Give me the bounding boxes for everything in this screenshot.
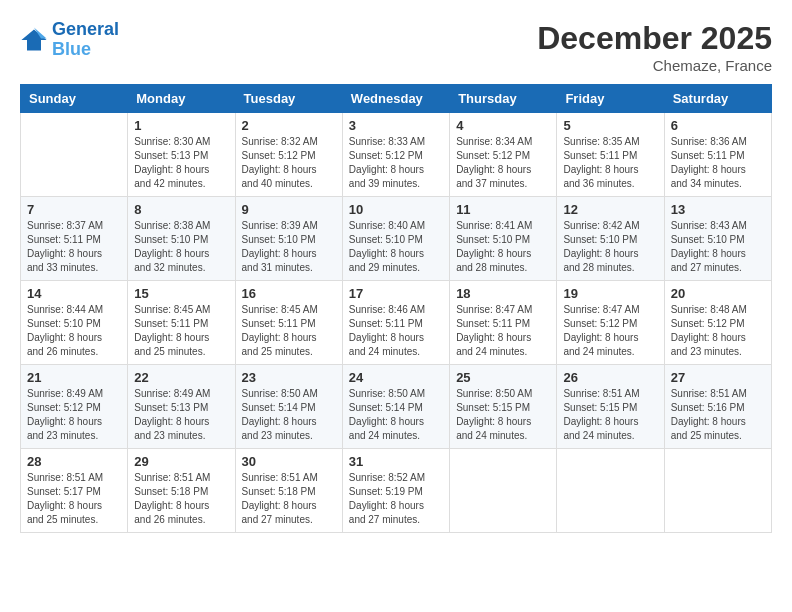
day-number: 3 <box>349 118 443 133</box>
day-info: Sunrise: 8:37 AM Sunset: 5:11 PM Dayligh… <box>27 219 121 275</box>
daylight-text: Daylight: 8 hours and 24 minutes. <box>563 416 638 441</box>
sunset-text: Sunset: 5:11 PM <box>563 150 637 161</box>
calendar-cell: 29 Sunrise: 8:51 AM Sunset: 5:18 PM Dayl… <box>128 449 235 533</box>
sunset-text: Sunset: 5:12 PM <box>349 150 423 161</box>
sunset-text: Sunset: 5:10 PM <box>27 318 101 329</box>
day-number: 30 <box>242 454 336 469</box>
daylight-text: Daylight: 8 hours and 23 minutes. <box>134 416 209 441</box>
daylight-text: Daylight: 8 hours and 37 minutes. <box>456 164 531 189</box>
calendar-week-row: 21 Sunrise: 8:49 AM Sunset: 5:12 PM Dayl… <box>21 365 772 449</box>
calendar-cell: 13 Sunrise: 8:43 AM Sunset: 5:10 PM Dayl… <box>664 197 771 281</box>
day-info: Sunrise: 8:30 AM Sunset: 5:13 PM Dayligh… <box>134 135 228 191</box>
day-info: Sunrise: 8:45 AM Sunset: 5:11 PM Dayligh… <box>242 303 336 359</box>
calendar-cell: 25 Sunrise: 8:50 AM Sunset: 5:15 PM Dayl… <box>450 365 557 449</box>
sunrise-text: Sunrise: 8:51 AM <box>134 472 210 483</box>
calendar-cell: 22 Sunrise: 8:49 AM Sunset: 5:13 PM Dayl… <box>128 365 235 449</box>
calendar-header-row: SundayMondayTuesdayWednesdayThursdayFrid… <box>21 85 772 113</box>
day-info: Sunrise: 8:51 AM Sunset: 5:18 PM Dayligh… <box>242 471 336 527</box>
calendar-cell: 5 Sunrise: 8:35 AM Sunset: 5:11 PM Dayli… <box>557 113 664 197</box>
location: Chemaze, France <box>537 57 772 74</box>
month-title: December 2025 <box>537 20 772 57</box>
sunrise-text: Sunrise: 8:36 AM <box>671 136 747 147</box>
sunset-text: Sunset: 5:11 PM <box>134 318 208 329</box>
day-info: Sunrise: 8:51 AM Sunset: 5:18 PM Dayligh… <box>134 471 228 527</box>
sunrise-text: Sunrise: 8:32 AM <box>242 136 318 147</box>
sunrise-text: Sunrise: 8:50 AM <box>349 388 425 399</box>
day-number: 15 <box>134 286 228 301</box>
svg-marker-0 <box>21 29 46 50</box>
daylight-text: Daylight: 8 hours and 26 minutes. <box>134 500 209 525</box>
day-number: 1 <box>134 118 228 133</box>
sunset-text: Sunset: 5:12 PM <box>671 318 745 329</box>
sunset-text: Sunset: 5:10 PM <box>671 234 745 245</box>
weekday-header: Wednesday <box>342 85 449 113</box>
sunrise-text: Sunrise: 8:48 AM <box>671 304 747 315</box>
daylight-text: Daylight: 8 hours and 23 minutes. <box>242 416 317 441</box>
sunrise-text: Sunrise: 8:46 AM <box>349 304 425 315</box>
sunrise-text: Sunrise: 8:40 AM <box>349 220 425 231</box>
daylight-text: Daylight: 8 hours and 32 minutes. <box>134 248 209 273</box>
day-number: 16 <box>242 286 336 301</box>
sunrise-text: Sunrise: 8:51 AM <box>27 472 103 483</box>
daylight-text: Daylight: 8 hours and 25 minutes. <box>671 416 746 441</box>
sunset-text: Sunset: 5:11 PM <box>27 234 101 245</box>
day-number: 26 <box>563 370 657 385</box>
calendar-cell: 15 Sunrise: 8:45 AM Sunset: 5:11 PM Dayl… <box>128 281 235 365</box>
day-number: 20 <box>671 286 765 301</box>
sunset-text: Sunset: 5:11 PM <box>456 318 530 329</box>
daylight-text: Daylight: 8 hours and 36 minutes. <box>563 164 638 189</box>
day-info: Sunrise: 8:44 AM Sunset: 5:10 PM Dayligh… <box>27 303 121 359</box>
daylight-text: Daylight: 8 hours and 28 minutes. <box>456 248 531 273</box>
day-info: Sunrise: 8:47 AM Sunset: 5:11 PM Dayligh… <box>456 303 550 359</box>
sunrise-text: Sunrise: 8:51 AM <box>563 388 639 399</box>
sunset-text: Sunset: 5:12 PM <box>242 150 316 161</box>
daylight-text: Daylight: 8 hours and 24 minutes. <box>349 332 424 357</box>
day-number: 4 <box>456 118 550 133</box>
day-info: Sunrise: 8:48 AM Sunset: 5:12 PM Dayligh… <box>671 303 765 359</box>
sunrise-text: Sunrise: 8:50 AM <box>456 388 532 399</box>
sunrise-text: Sunrise: 8:42 AM <box>563 220 639 231</box>
daylight-text: Daylight: 8 hours and 24 minutes. <box>349 416 424 441</box>
daylight-text: Daylight: 8 hours and 28 minutes. <box>563 248 638 273</box>
calendar-cell: 14 Sunrise: 8:44 AM Sunset: 5:10 PM Dayl… <box>21 281 128 365</box>
sunset-text: Sunset: 5:13 PM <box>134 150 208 161</box>
calendar-cell <box>557 449 664 533</box>
calendar-cell: 7 Sunrise: 8:37 AM Sunset: 5:11 PM Dayli… <box>21 197 128 281</box>
day-info: Sunrise: 8:51 AM Sunset: 5:15 PM Dayligh… <box>563 387 657 443</box>
day-info: Sunrise: 8:33 AM Sunset: 5:12 PM Dayligh… <box>349 135 443 191</box>
day-number: 5 <box>563 118 657 133</box>
day-number: 12 <box>563 202 657 217</box>
sunset-text: Sunset: 5:14 PM <box>349 402 423 413</box>
day-info: Sunrise: 8:34 AM Sunset: 5:12 PM Dayligh… <box>456 135 550 191</box>
day-info: Sunrise: 8:32 AM Sunset: 5:12 PM Dayligh… <box>242 135 336 191</box>
day-info: Sunrise: 8:50 AM Sunset: 5:14 PM Dayligh… <box>349 387 443 443</box>
calendar-cell: 28 Sunrise: 8:51 AM Sunset: 5:17 PM Dayl… <box>21 449 128 533</box>
day-number: 9 <box>242 202 336 217</box>
day-info: Sunrise: 8:40 AM Sunset: 5:10 PM Dayligh… <box>349 219 443 275</box>
calendar-cell: 2 Sunrise: 8:32 AM Sunset: 5:12 PM Dayli… <box>235 113 342 197</box>
day-number: 18 <box>456 286 550 301</box>
daylight-text: Daylight: 8 hours and 25 minutes. <box>27 500 102 525</box>
sunset-text: Sunset: 5:10 PM <box>456 234 530 245</box>
day-number: 24 <box>349 370 443 385</box>
daylight-text: Daylight: 8 hours and 27 minutes. <box>349 500 424 525</box>
sunrise-text: Sunrise: 8:49 AM <box>134 388 210 399</box>
sunset-text: Sunset: 5:10 PM <box>563 234 637 245</box>
daylight-text: Daylight: 8 hours and 25 minutes. <box>134 332 209 357</box>
calendar-cell <box>21 113 128 197</box>
calendar-cell: 30 Sunrise: 8:51 AM Sunset: 5:18 PM Dayl… <box>235 449 342 533</box>
sunrise-text: Sunrise: 8:45 AM <box>134 304 210 315</box>
calendar-cell: 26 Sunrise: 8:51 AM Sunset: 5:15 PM Dayl… <box>557 365 664 449</box>
calendar-cell: 9 Sunrise: 8:39 AM Sunset: 5:10 PM Dayli… <box>235 197 342 281</box>
day-info: Sunrise: 8:50 AM Sunset: 5:15 PM Dayligh… <box>456 387 550 443</box>
sunset-text: Sunset: 5:11 PM <box>242 318 316 329</box>
sunrise-text: Sunrise: 8:30 AM <box>134 136 210 147</box>
sunrise-text: Sunrise: 8:33 AM <box>349 136 425 147</box>
sunset-text: Sunset: 5:18 PM <box>242 486 316 497</box>
day-info: Sunrise: 8:49 AM Sunset: 5:13 PM Dayligh… <box>134 387 228 443</box>
day-number: 8 <box>134 202 228 217</box>
daylight-text: Daylight: 8 hours and 27 minutes. <box>242 500 317 525</box>
calendar-cell: 20 Sunrise: 8:48 AM Sunset: 5:12 PM Dayl… <box>664 281 771 365</box>
calendar-cell: 19 Sunrise: 8:47 AM Sunset: 5:12 PM Dayl… <box>557 281 664 365</box>
daylight-text: Daylight: 8 hours and 24 minutes. <box>456 332 531 357</box>
